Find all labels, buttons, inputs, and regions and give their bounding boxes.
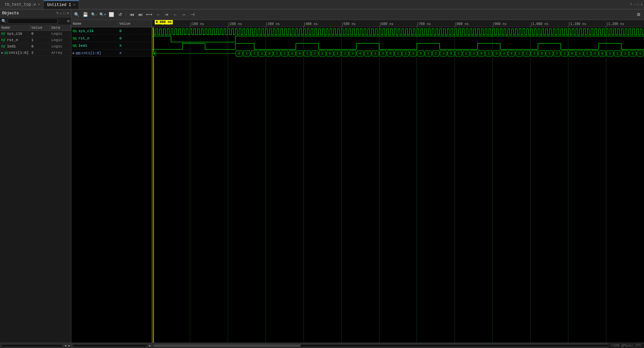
expand-btn-cnt1[interactable]: ▶ bbox=[1, 51, 3, 55]
col-header-data: Data bbox=[50, 25, 71, 30]
search-icon: 🔍 bbox=[1, 19, 6, 24]
sig-row-rstn[interactable]: rst_n 0 bbox=[71, 35, 152, 42]
sig-bus-icon-cnt1 bbox=[76, 51, 80, 55]
svg-text:|1,100 ns: |1,100 ns bbox=[568, 22, 586, 26]
next-rising-button[interactable]: ⇒ bbox=[162, 11, 170, 19]
toggle-cursor2-button[interactable]: ↔ bbox=[180, 11, 188, 19]
toggle-cursor-button[interactable]: ⟷ bbox=[145, 11, 153, 19]
obj-row-sysclk[interactable]: sys_clk 0 Logic bbox=[0, 31, 71, 37]
svg-text:|500 ns: |500 ns bbox=[342, 22, 356, 26]
col-header-name: Name bbox=[0, 25, 30, 30]
objects-table: sys_clk 0 Logic rst_n 1 Logic led1 bbox=[0, 31, 71, 343]
obj-name-cnt1: ▶ cnt1[1:0] bbox=[0, 50, 30, 55]
sig-row-sysclk[interactable]: sys_clk 0 bbox=[71, 27, 152, 35]
minimize-icon[interactable]: — bbox=[633, 3, 636, 7]
obj-data-sysclk: Logic bbox=[50, 31, 71, 36]
svg-text:|200 ns: |200 ns bbox=[228, 22, 242, 26]
tab-close-icon[interactable]: × bbox=[38, 3, 40, 7]
maximize-icon[interactable]: □ bbox=[637, 3, 639, 7]
sig-value-cnt1: X bbox=[118, 51, 152, 55]
obj-close-icon[interactable]: × bbox=[67, 11, 69, 15]
logic-icon-sysclk bbox=[1, 32, 6, 35]
gear-icon[interactable]: ⚙ bbox=[67, 18, 70, 24]
scroll-right-icon[interactable]: ▶ bbox=[68, 344, 71, 348]
sig-value-rstn: 0 bbox=[118, 36, 152, 40]
svg-text:|1,200 ns: |1,200 ns bbox=[606, 22, 624, 26]
obj-min-icon[interactable]: — bbox=[60, 11, 62, 15]
obj-row-cnt1[interactable]: ▶ cnt1[1:0] 2 Array bbox=[0, 50, 71, 56]
obj-row-rstn[interactable]: rst_n 1 Logic bbox=[0, 37, 71, 43]
help-icon[interactable]: ? bbox=[630, 3, 632, 7]
tab-bar: tb_test_top.v × Untitled 1 × ? — □ × bbox=[0, 0, 644, 9]
waveform-toolbar: 🔍 💾 🔍- 🔍+ ⬜ ↺ ⏮ ⏭ ⟷ → ⇒ ← ↔ ⊣ ⚙ bbox=[71, 9, 644, 20]
waveform-svg: X // Will be rendered via the inline scr… bbox=[152, 27, 644, 343]
obj-value-cnt1: 2 bbox=[30, 50, 50, 55]
waveform-settings-button[interactable]: ⚙ bbox=[635, 11, 643, 19]
sig-row-led1[interactable]: led1 X bbox=[71, 42, 152, 49]
tab-label: tb_test_top.v bbox=[5, 2, 36, 7]
obj-max-icon[interactable]: □ bbox=[63, 11, 66, 15]
svg-text:|400 ns: |400 ns bbox=[303, 22, 317, 26]
sig-scroll-right-icon[interactable]: ▶ bbox=[148, 344, 152, 348]
prev-edge-button[interactable]: ← bbox=[171, 11, 179, 19]
time-ruler: 0.000 ns 0 ns |100 ns |200 ns |300 ns bbox=[152, 20, 644, 27]
obj-value-led1: 0 bbox=[30, 44, 50, 49]
sig-clk-icon bbox=[73, 29, 77, 33]
sig-scrollbar[interactable] bbox=[73, 344, 147, 347]
status-bar: CSDN @Pacer_ZTC bbox=[609, 343, 644, 348]
expand-cnt1-btn[interactable]: ▶ bbox=[73, 51, 75, 55]
objects-header: Objects ? — □ × bbox=[0, 9, 71, 17]
tab-untitled1[interactable]: Untitled 1 × bbox=[44, 0, 79, 9]
waveform-content: Name Value sys_clk 0 rst_n bbox=[71, 20, 644, 348]
status-text: CSDN @Pacer_ZTC bbox=[611, 344, 641, 347]
zoom-out-button[interactable]: 🔍- bbox=[90, 11, 98, 19]
svg-text:|1,000 ns: |1,000 ns bbox=[530, 22, 548, 26]
obj-data-rstn: Logic bbox=[50, 38, 71, 42]
sig-row-cnt1[interactable]: ▶ cnt1[1:0] X bbox=[71, 49, 152, 57]
tab-label-active: Untitled 1 bbox=[47, 3, 71, 7]
objects-scrollbar[interactable] bbox=[1, 344, 62, 347]
array-icon-cnt1 bbox=[4, 51, 8, 54]
undo-button[interactable]: ↺ bbox=[116, 11, 124, 19]
save-button[interactable]: 💾 bbox=[81, 11, 89, 19]
zoom-full-button[interactable]: ⬜ bbox=[107, 11, 115, 19]
time-ruler-svg: 0 ns |100 ns |200 ns |300 ns |400 ns |50… bbox=[152, 20, 644, 27]
search-input[interactable] bbox=[8, 18, 58, 24]
sig-name-cnt1: ▶ cnt1[1:0] bbox=[71, 51, 118, 55]
obj-value-rstn: 1 bbox=[30, 38, 50, 42]
zoom-in-button[interactable]: 🔍+ bbox=[99, 11, 107, 19]
obj-name-rstn: rst_n bbox=[0, 38, 30, 42]
tab-close-active-icon[interactable]: × bbox=[73, 3, 75, 7]
objects-title: Objects bbox=[2, 11, 19, 16]
logic-icon-led1 bbox=[1, 45, 6, 48]
svg-text:|300 ns: |300 ns bbox=[266, 22, 280, 26]
sig-col-name-header: Name bbox=[71, 22, 118, 26]
obj-value-sysclk: 0 bbox=[30, 31, 50, 36]
sig-logic-icon-led1 bbox=[73, 44, 77, 47]
waveform-canvas-panel[interactable]: 0.000 ns 0 ns |100 ns |200 ns |300 ns bbox=[152, 20, 644, 348]
go-start-button[interactable]: ⏮ bbox=[128, 11, 136, 19]
go-end-button[interactable]: ⏭ bbox=[136, 11, 144, 19]
scroll-arrows: ◀ ▶ bbox=[64, 344, 71, 348]
tab-tb-test-top[interactable]: tb_test_top.v × bbox=[1, 0, 44, 9]
sig-value-led1: X bbox=[118, 44, 152, 48]
tb-sep1 bbox=[126, 11, 126, 18]
waveform-signals-area[interactable]: X // Will be rendered via the inline scr… bbox=[152, 27, 644, 343]
signal-names-panel: Name Value sys_clk 0 rst_n bbox=[71, 20, 152, 348]
next-edge-button[interactable]: → bbox=[154, 11, 162, 19]
sig-name-led1: led1 bbox=[71, 44, 118, 48]
obj-name-led1: led1 bbox=[0, 44, 30, 49]
snap-button[interactable]: ⊣ bbox=[188, 11, 196, 19]
obj-row-led1[interactable]: led1 0 Logic bbox=[0, 43, 71, 50]
cnt1-bus-pattern: X // Will be rendered via the inline scr… bbox=[152, 51, 156, 56]
scroll-left-icon[interactable]: ◀ bbox=[64, 344, 67, 348]
close-icon[interactable]: × bbox=[640, 3, 643, 7]
svg-text:|100 ns: |100 ns bbox=[190, 22, 204, 26]
waveform-scrollbar[interactable] bbox=[153, 344, 643, 347]
waveform-bottom-scroll bbox=[152, 343, 644, 348]
obj-help-icon[interactable]: ? bbox=[56, 11, 59, 15]
main-layout: Objects ? — □ × 🔍 ⚙ Name Value Data sys bbox=[0, 9, 644, 348]
zoom-fit-button[interactable]: 🔍 bbox=[73, 11, 81, 19]
objects-panel: Objects ? — □ × 🔍 ⚙ Name Value Data sys bbox=[0, 9, 71, 348]
objects-column-headers: Name Value Data bbox=[0, 25, 71, 31]
